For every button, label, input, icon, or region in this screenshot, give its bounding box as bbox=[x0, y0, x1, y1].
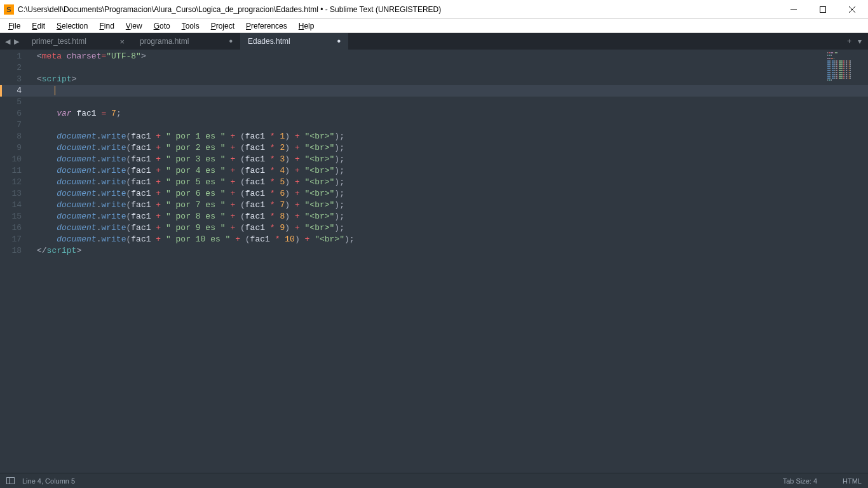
window-controls bbox=[779, 0, 867, 19]
line-number[interactable]: 2 bbox=[0, 62, 33, 74]
tab-dropdown-button[interactable]: ▾ bbox=[858, 37, 862, 46]
menu-find[interactable]: Find bbox=[93, 20, 119, 32]
syntax-mode[interactable]: HTML bbox=[843, 477, 862, 485]
nav-forward-icon[interactable]: ▶ bbox=[14, 37, 19, 46]
caret bbox=[55, 86, 55, 95]
menu-preferences[interactable]: Preferences bbox=[240, 20, 293, 32]
line-number-gutter: 123456789101112131415161718 bbox=[0, 50, 33, 473]
code-line: var fac1 = 7; bbox=[33, 108, 868, 119]
line-number[interactable]: 16 bbox=[0, 222, 33, 234]
menubar: FileEditSelectionFindViewGotoToolsProjec… bbox=[0, 19, 868, 33]
tab-primer_test-html[interactable]: primer_test.html× bbox=[24, 33, 132, 50]
line-number[interactable]: 18 bbox=[0, 245, 33, 257]
window-title: C:\Users\dell\Documents\Programacion\Alu… bbox=[18, 5, 779, 14]
menu-selection[interactable]: Selection bbox=[51, 20, 93, 32]
line-number[interactable]: 10 bbox=[0, 154, 33, 165]
line-number[interactable]: 9 bbox=[0, 142, 33, 154]
minimize-icon bbox=[790, 6, 797, 13]
code-line bbox=[33, 119, 868, 131]
menu-goto[interactable]: Goto bbox=[148, 20, 176, 32]
cursor-position[interactable]: Line 4, Column 5 bbox=[22, 477, 75, 485]
menu-tools[interactable]: Tools bbox=[176, 20, 205, 32]
menu-edit[interactable]: Edit bbox=[26, 20, 51, 32]
tab-label: primer_test.html bbox=[32, 37, 86, 46]
line-number[interactable]: 13 bbox=[0, 188, 33, 200]
code-line bbox=[33, 62, 868, 74]
tab-edades-html[interactable]: Edades.html• bbox=[240, 33, 348, 50]
close-button[interactable] bbox=[837, 0, 867, 19]
code-line: </script> bbox=[33, 245, 868, 257]
menu-help[interactable]: Help bbox=[293, 20, 320, 32]
code-line: document.write(fac1 + " por 6 es " + (fa… bbox=[33, 188, 868, 200]
minimap[interactable] bbox=[827, 52, 865, 78]
tab-dirty-icon[interactable]: • bbox=[333, 36, 341, 46]
tab-close-icon[interactable]: × bbox=[116, 37, 125, 46]
new-tab-button[interactable]: + bbox=[847, 37, 851, 46]
tab-label: Edades.html bbox=[248, 37, 290, 46]
line-number[interactable]: 12 bbox=[0, 177, 33, 188]
menu-view[interactable]: View bbox=[120, 20, 148, 32]
tab-history-nav: ◀ ▶ bbox=[0, 33, 24, 50]
code-line: document.write(fac1 + " por 4 es " + (fa… bbox=[33, 165, 868, 177]
menu-file[interactable]: File bbox=[3, 20, 26, 32]
close-icon bbox=[849, 6, 855, 13]
tab-size[interactable]: Tab Size: 4 bbox=[783, 477, 817, 485]
nav-back-icon[interactable]: ◀ bbox=[5, 37, 10, 46]
line-number[interactable]: 14 bbox=[0, 200, 33, 211]
code-line bbox=[33, 97, 868, 108]
line-number[interactable]: 11 bbox=[0, 165, 33, 177]
statusbar: Line 4, Column 5 Tab Size: 4 HTML bbox=[0, 473, 868, 488]
code-line: document.write(fac1 + " por 3 es " + (fa… bbox=[33, 154, 868, 165]
modified-marker bbox=[0, 85, 2, 97]
svg-rect-1 bbox=[820, 6, 826, 12]
line-number[interactable]: 4 bbox=[0, 85, 33, 97]
code-line bbox=[33, 85, 868, 97]
code-line: document.write(fac1 + " por 8 es " + (fa… bbox=[33, 211, 868, 222]
line-number[interactable]: 17 bbox=[0, 234, 33, 245]
line-number[interactable]: 5 bbox=[0, 97, 33, 108]
code-view[interactable]: <meta charset="UTF-8"><script> var fac1 … bbox=[33, 50, 868, 473]
titlebar: S C:\Users\dell\Documents\Programacion\A… bbox=[0, 0, 868, 19]
code-line: document.write(fac1 + " por 1 es " + (fa… bbox=[33, 131, 868, 142]
line-number[interactable]: 8 bbox=[0, 131, 33, 142]
tabs: primer_test.html×programa.html•Edades.ht… bbox=[24, 33, 841, 50]
code-line: <script> bbox=[33, 74, 868, 85]
maximize-button[interactable] bbox=[808, 0, 837, 19]
tab-label: programa.html bbox=[140, 37, 189, 46]
line-number[interactable]: 7 bbox=[0, 119, 33, 131]
tab-right-controls: + ▾ bbox=[841, 33, 868, 50]
code-line: <meta charset="UTF-8"> bbox=[33, 51, 868, 62]
tab-programa-html[interactable]: programa.html• bbox=[132, 33, 240, 50]
tabrow: ◀ ▶ primer_test.html×programa.html•Edade… bbox=[0, 33, 868, 50]
minimize-button[interactable] bbox=[779, 0, 808, 19]
app-icon: S bbox=[4, 4, 14, 15]
code-line: document.write(fac1 + " por 2 es " + (fa… bbox=[33, 142, 868, 154]
line-number[interactable]: 15 bbox=[0, 211, 33, 222]
line-number[interactable]: 3 bbox=[0, 74, 33, 85]
code-line: document.write(fac1 + " por 7 es " + (fa… bbox=[33, 200, 868, 211]
line-number[interactable]: 1 bbox=[0, 51, 33, 62]
panel-toggle-icon[interactable] bbox=[6, 477, 15, 484]
editor-area: 123456789101112131415161718 <meta charse… bbox=[0, 50, 868, 473]
line-number[interactable]: 6 bbox=[0, 108, 33, 119]
maximize-icon bbox=[820, 6, 826, 13]
code-line: document.write(fac1 + " por 5 es " + (fa… bbox=[33, 177, 868, 188]
menu-project[interactable]: Project bbox=[205, 20, 240, 32]
tab-dirty-icon[interactable]: • bbox=[225, 36, 233, 46]
code-line: document.write(fac1 + " por 10 es " + (f… bbox=[33, 234, 868, 245]
code-line: document.write(fac1 + " por 9 es " + (fa… bbox=[33, 222, 868, 234]
